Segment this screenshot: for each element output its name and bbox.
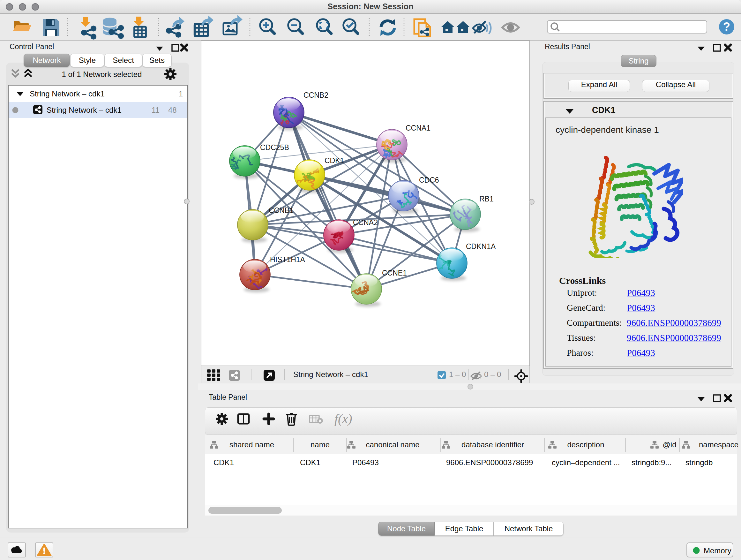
svg-text:HIST1H1A: HIST1H1A	[270, 255, 306, 264]
svg-text:CDKN1A: CDKN1A	[466, 242, 496, 251]
svg-text:CDC25B: CDC25B	[260, 143, 289, 152]
svg-text:CDC6: CDC6	[419, 176, 439, 184]
svg-text:CCNA1: CCNA1	[406, 124, 430, 132]
svg-text:CCNA2: CCNA2	[353, 219, 378, 227]
svg-text:f(x): f(x)	[334, 412, 352, 426]
svg-text:CDK1: CDK1	[325, 157, 344, 165]
svg-text:CCNB2: CCNB2	[304, 91, 328, 99]
svg-text:?: ?	[723, 20, 730, 33]
svg-text:String Network – cdk1: String Network – cdk1	[293, 370, 368, 379]
svg-text:0 – 0: 0 – 0	[484, 370, 501, 379]
svg-text:1 – 0: 1 – 0	[449, 370, 466, 379]
svg-text:RB1: RB1	[479, 195, 494, 203]
svg-text:CCNE1: CCNE1	[382, 269, 407, 277]
svg-text:CCNB1: CCNB1	[269, 206, 293, 214]
